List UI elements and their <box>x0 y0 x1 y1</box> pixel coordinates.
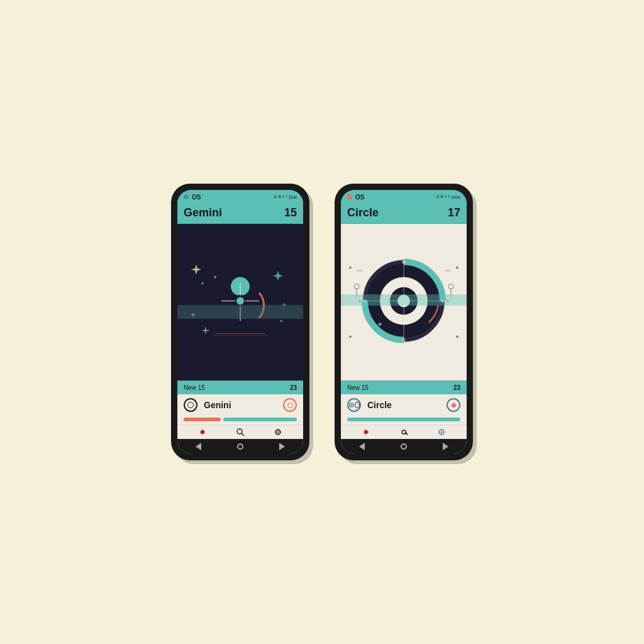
svg-point-43 <box>402 260 406 264</box>
phone2-number: 17 <box>448 206 460 219</box>
svg-point-29 <box>456 336 458 338</box>
phone2-status-right: ⊙ 8 > ! Uon <box>436 194 460 200</box>
phone1-os-label: OS <box>192 194 201 201</box>
phone1-nav-dot-left[interactable] <box>198 428 207 436</box>
phone2-nav-dot-left[interactable] <box>362 428 370 436</box>
phone2-nav-settings[interactable] <box>399 428 408 436</box>
phone1-card-icon-right <box>283 398 297 412</box>
phone2-bottom-card: Circle <box>341 394 467 416</box>
phones-container: OS ⊙ 8 > ! Dut Gemini 15 <box>171 184 473 460</box>
phone-circle: OS ⊙ 8 > ! Uon Circle 17 <box>335 184 473 460</box>
svg-point-22 <box>237 429 242 434</box>
phone1-nav-dot-right[interactable] <box>274 428 282 436</box>
phone2-bottom-nav <box>341 439 467 454</box>
phone1-title: Gemini <box>184 206 222 219</box>
phone2-title: Circle <box>347 206 379 219</box>
phone1-status-dot <box>184 194 189 199</box>
phone1-status-bar: OS ⊙ 8 > ! Dut <box>177 190 303 204</box>
phone2-stats-label1: New 15 <box>347 384 369 391</box>
svg-point-9 <box>236 297 244 305</box>
phone1-back-btn[interactable] <box>194 442 203 451</box>
phone2-home-btn[interactable] <box>399 442 408 451</box>
phone1-card-icon-left <box>184 398 197 412</box>
svg-point-21 <box>201 431 204 433</box>
phone1-nav-search[interactable] <box>236 428 245 436</box>
svg-point-19 <box>214 276 216 279</box>
svg-marker-1 <box>273 271 283 281</box>
phone1-nav-bar <box>177 425 303 439</box>
phone1-bottom-nav <box>177 439 303 454</box>
phone2-status-bar: OS ⊙ 8 > ! Uon <box>341 190 467 204</box>
phone1-stats-bar: New 15 23 <box>177 380 303 394</box>
phone2-nav-bar <box>341 425 467 439</box>
phone1-card-title: Genini <box>201 400 280 410</box>
phone1-header: Gemini 15 <box>177 204 303 224</box>
phone1-art <box>177 224 303 380</box>
svg-point-47 <box>379 323 382 326</box>
phone2-header: Circle 17 <box>341 204 467 224</box>
phone2-screen: OS ⊙ 8 > ! Uon Circle 17 <box>341 190 467 454</box>
phone1-status-icons: ⊙ 8 > ! <box>274 194 287 199</box>
phone2-back-btn[interactable] <box>357 442 366 451</box>
phone1-screen: OS ⊙ 8 > ! Dut Gemini 15 <box>177 190 303 454</box>
phone2-card-icon-right <box>447 398 460 412</box>
svg-point-4 <box>280 320 282 323</box>
svg-point-28 <box>349 336 352 338</box>
phone1-status-label: Dut <box>289 194 297 200</box>
phone2-status-left: OS <box>347 194 364 201</box>
phone1-home-btn[interactable] <box>236 442 245 451</box>
svg-point-34 <box>448 284 453 289</box>
phone-gemini: OS ⊙ 8 > ! Dut Gemini 15 <box>171 184 309 460</box>
phone2-status-label: Uon <box>451 194 460 200</box>
phone2-status-icons: ⊙ 8 > ! <box>436 194 450 199</box>
svg-point-32 <box>354 284 359 289</box>
svg-point-26 <box>349 267 352 269</box>
phone1-fwd-btn[interactable] <box>278 442 287 451</box>
phone2-progress-teal <box>347 418 460 421</box>
phone1-progress-teal <box>223 418 297 421</box>
svg-line-57 <box>407 434 408 435</box>
svg-point-54 <box>365 431 367 433</box>
svg-marker-0 <box>191 265 201 275</box>
phone1-stats-label1: New 15 <box>184 384 205 391</box>
svg-point-50 <box>403 339 405 341</box>
phone2-nav-dot-right[interactable] <box>437 428 446 436</box>
phone2-stats-num: 23 <box>453 384 460 391</box>
phone1-progress <box>177 416 303 425</box>
gemini-svg <box>177 224 303 380</box>
phone1-stats-num: 23 <box>290 384 297 391</box>
svg-point-24 <box>275 430 280 435</box>
svg-point-25 <box>277 431 279 433</box>
phone2-art <box>341 224 467 380</box>
phone2-progress <box>341 416 467 425</box>
phone2-status-dot <box>347 194 352 199</box>
phone2-stats-bar: New 15 23 <box>341 380 467 394</box>
svg-point-52 <box>351 404 352 406</box>
svg-line-23 <box>242 433 244 436</box>
phone1-number: 15 <box>284 206 297 219</box>
phone1-status-left: OS <box>184 194 201 201</box>
phone1-progress-orange <box>184 418 221 421</box>
svg-point-3 <box>201 282 204 285</box>
svg-point-27 <box>456 267 458 269</box>
phone2-os-label: OS <box>355 194 364 201</box>
phone2-fwd-btn[interactable] <box>441 442 450 451</box>
phone1-status-right: ⊙ 8 > ! Dut <box>274 194 297 200</box>
phone1-bottom-card: Genini <box>177 394 303 416</box>
svg-point-59 <box>441 431 443 433</box>
phone2-card-title: Circle <box>364 400 443 410</box>
phone2-card-icon-left <box>347 398 361 412</box>
svg-point-55 <box>402 430 406 434</box>
